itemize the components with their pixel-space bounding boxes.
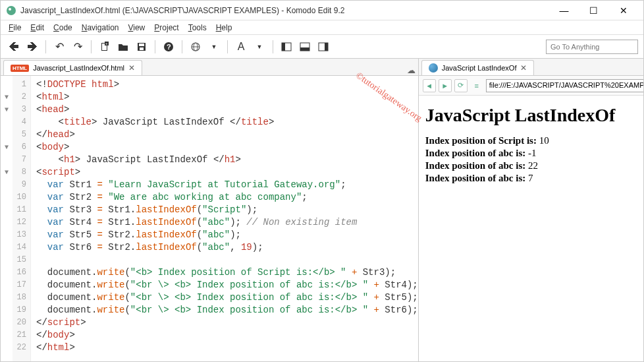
menu-project[interactable]: Project — [150, 22, 182, 34]
line-number: 14 — [13, 241, 26, 254]
code-editor[interactable]: ▼▼▼▼ 12345678910111213141516171819202122… — [1, 76, 418, 361]
output-line: Index position of abc is: -1 — [425, 148, 644, 159]
code-line[interactable]: var Str1 = "Learn JavaScript at Tutorial… — [36, 179, 418, 191]
editor-tabs: HTML Javascript_LastIndexOf.html ✕ ☁ — [1, 59, 418, 76]
svg-rect-7 — [139, 44, 144, 46]
browser-reload-button[interactable]: ⟳ — [454, 79, 468, 92]
close-button[interactable]: ✕ — [608, 1, 638, 20]
panel-left-button[interactable] — [279, 39, 294, 55]
code-line[interactable]: var Str5 = Str2.lastIndexOf("abc"); — [36, 229, 418, 241]
line-number: 1 — [13, 78, 26, 91]
editor-tab-label: Javascript_LastIndexOf.html — [33, 64, 124, 72]
menu-edit[interactable]: Edit — [26, 22, 48, 34]
output-line: Index position of Script is: 10 — [425, 135, 644, 146]
code-line[interactable]: </html> — [36, 342, 418, 354]
code-line[interactable]: </body> — [36, 329, 418, 342]
code-line[interactable]: <title> JavaScript LastIndexOf </title> — [36, 116, 418, 129]
fold-marker[interactable]: ▼ — [1, 166, 13, 179]
code-line[interactable]: document.write("<b> Index position of Sc… — [36, 266, 418, 279]
fold-marker — [1, 291, 13, 304]
fold-marker — [1, 116, 13, 129]
line-number: 20 — [13, 317, 26, 329]
fold-marker[interactable]: ▼ — [1, 141, 13, 154]
fold-marker — [1, 129, 13, 141]
line-number: 17 — [13, 279, 26, 291]
rendered-page: JavaScript LastIndexOf Index position of… — [419, 96, 644, 361]
close-icon[interactable]: ✕ — [128, 63, 135, 73]
minimize-button[interactable]: — — [549, 1, 579, 20]
code-line[interactable]: var Str2 = "We are abc working at abc co… — [36, 191, 418, 204]
code-line[interactable]: <html> — [36, 91, 418, 104]
url-bar[interactable]: file:///E:/JAVASCRIPT/JAVASCRIPT%20EXAMP… — [486, 79, 644, 92]
code-line[interactable]: var Str6 = Str2.lastIndexOf("abc", 19); — [36, 241, 418, 254]
goto-anything-input[interactable] — [546, 40, 638, 54]
line-number: 3 — [13, 104, 26, 116]
fold-marker — [1, 304, 13, 317]
new-file-button[interactable]: + — [97, 39, 113, 55]
line-number: 4 — [13, 116, 26, 129]
code-line[interactable]: </script> — [36, 317, 418, 329]
menu-code[interactable]: Code — [49, 22, 76, 34]
svg-text:+: + — [105, 42, 108, 45]
page-heading: JavaScript LastIndexOf — [425, 105, 644, 126]
output-line: Index position of abc is: 7 — [425, 173, 644, 184]
fold-marker — [1, 204, 13, 216]
window-titlebar: Javascript_LastIndexOf.html (E:\JAVASCRI… — [1, 1, 643, 20]
menu-tools[interactable]: Tools — [184, 22, 211, 34]
editor-tab[interactable]: HTML Javascript_LastIndexOf.html ✕ — [3, 60, 142, 75]
dropdown-icon[interactable]: ▼ — [206, 39, 222, 55]
fold-marker — [1, 329, 13, 342]
menu-file[interactable]: File — [5, 22, 25, 34]
line-number: 13 — [13, 229, 26, 241]
menu-view[interactable]: View — [124, 22, 149, 34]
code-line[interactable]: document.write("<br \> <b> Index positio… — [36, 304, 418, 317]
close-icon[interactable]: ✕ — [520, 63, 527, 73]
open-button[interactable] — [115, 39, 131, 55]
redo-button[interactable]: ↷ — [70, 39, 86, 55]
panel-bottom-button[interactable] — [297, 39, 313, 55]
svg-text:?: ? — [167, 43, 171, 51]
undo-button[interactable]: ↶ — [51, 39, 67, 55]
code-line[interactable]: <script> — [36, 166, 418, 179]
fold-marker — [1, 342, 13, 354]
code-line[interactable]: <h1> JavaScript LastIndexOf </h1> — [36, 154, 418, 166]
tab-menu-icon[interactable]: ☁ — [407, 65, 416, 75]
maximize-button[interactable]: ☐ — [579, 1, 608, 20]
preview-tab-label: JavaScript LastIndexOf — [442, 64, 517, 72]
code-line[interactable]: <body> — [36, 141, 418, 154]
code-line[interactable]: var Str3 = Str1.lastIndexOf("Script"); — [36, 204, 418, 216]
back-button[interactable]: 🡸 — [6, 39, 22, 55]
code-line[interactable] — [36, 254, 418, 266]
code-line[interactable]: <!DOCTYPE html> — [36, 78, 418, 91]
html-badge-icon: HTML — [11, 65, 29, 72]
dropdown-icon[interactable]: ▼ — [252, 39, 267, 55]
browser-menu-button[interactable]: ≡ — [470, 79, 483, 92]
window-title: Javascript_LastIndexOf.html (E:\JAVASCRI… — [20, 6, 549, 15]
code-line[interactable]: document.write("<br \> <b> Index positio… — [36, 279, 418, 291]
fold-marker[interactable]: ▼ — [1, 104, 13, 116]
panel-right-button[interactable] — [315, 39, 331, 55]
fold-marker — [1, 317, 13, 329]
svg-point-0 — [7, 6, 16, 15]
font-button[interactable]: A — [233, 39, 249, 55]
fold-marker — [1, 216, 13, 229]
forward-button[interactable]: 🡺 — [24, 39, 40, 55]
help-button[interactable]: ? — [161, 39, 176, 55]
preview-tab[interactable]: JavaScript LastIndexOf ✕ — [421, 60, 535, 75]
menu-navigation[interactable]: Navigation — [78, 22, 123, 34]
globe-button[interactable] — [188, 39, 203, 55]
menu-help[interactable]: Help — [212, 22, 236, 34]
code-line[interactable]: document.write("<br \> <b> Index positio… — [36, 291, 418, 304]
line-number: 7 — [13, 154, 26, 166]
save-button[interactable] — [134, 39, 149, 55]
browser-forward-button[interactable]: ► — [439, 79, 452, 92]
globe-icon — [429, 63, 438, 73]
code-line[interactable]: var Str4 = Str1.lastIndexOf("abc"); // N… — [36, 216, 418, 229]
output-line: Index position of abc is: 22 — [425, 160, 644, 171]
line-number: 15 — [13, 254, 26, 266]
code-line[interactable]: </head> — [36, 129, 418, 141]
svg-rect-8 — [140, 47, 144, 50]
browser-back-button[interactable]: ◄ — [423, 79, 436, 92]
code-line[interactable]: <head> — [36, 104, 418, 116]
fold-marker[interactable]: ▼ — [1, 91, 13, 104]
